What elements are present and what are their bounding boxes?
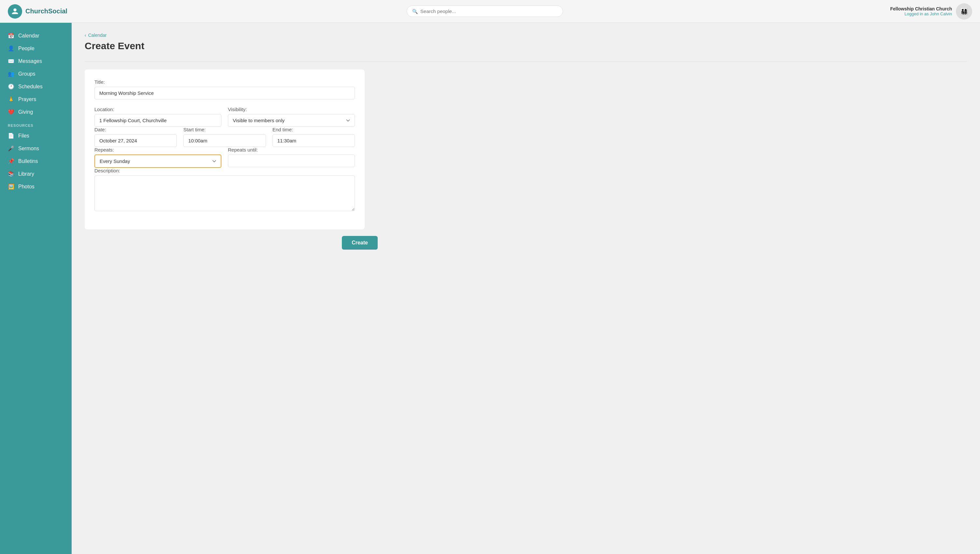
sidebar-item-sermons[interactable]: 🎤 Sermons [0,142,72,155]
logo-icon [8,4,22,19]
start-time-group: Start time: [183,127,266,147]
repeats-group: Repeats: Does not repeat Every Sunday Ev… [94,147,221,168]
location-group: Location: [94,107,221,127]
app-header: ChurchSocial 🔍 Fellowship Christian Chur… [0,0,980,23]
sermons-icon: 🎤 [8,145,14,152]
groups-icon: 👥 [8,71,14,77]
header-user: Fellowship Christian Church Logged in as… [890,3,972,19]
date-time-row: Date: Start time: End time: [94,127,355,147]
sidebar-label-library: Library [18,171,34,177]
end-time-input[interactable] [272,134,355,147]
visibility-select[interactable]: Visible to members only Public Members a… [228,114,355,127]
start-time-input[interactable] [183,134,266,147]
files-icon: 📄 [8,133,14,139]
create-button[interactable]: Create [342,236,378,250]
sidebar: 📅 Calendar 👤 People ✉️ Messages 👥 Groups… [0,23,72,554]
repeats-until-group: Repeats until: [228,147,355,168]
photos-icon: 🖼️ [8,184,14,190]
page-title: Create Event [85,40,967,51]
breadcrumb-parent: Calendar [88,33,107,38]
sidebar-label-people: People [18,46,35,51]
sidebar-item-groups[interactable]: 👥 Groups [0,67,72,80]
repeats-until-label: Repeats until: [228,147,355,153]
resources-section-label: RESOURCES [0,118,72,129]
location-visibility-row: Location: Visibility: Visible to members… [94,107,355,127]
sidebar-item-schedules[interactable]: 🕐 Schedules [0,80,72,93]
sidebar-item-people[interactable]: 👤 People [0,42,72,55]
title-input[interactable] [94,87,355,99]
sidebar-label-sermons: Sermons [18,146,39,152]
svg-point-0 [13,8,16,11]
repeats-row: Repeats: Does not repeat Every Sunday Ev… [94,147,355,168]
main-content: ‹ Calendar Create Event Title: Location:… [72,23,980,554]
sidebar-item-photos[interactable]: 🖼️ Photos [0,180,72,193]
location-label: Location: [94,107,221,112]
create-event-form: Title: Location: Visibility: Visible to … [85,69,365,230]
user-info: Fellowship Christian Church Logged in as… [890,6,952,16]
description-label: Description: [94,168,355,173]
search-icon: 🔍 [412,9,418,14]
org-name: Fellowship Christian Church [890,6,952,11]
breadcrumb-arrow-icon: ‹ [85,33,86,38]
location-input[interactable] [94,114,221,127]
title-label: Title: [94,79,355,85]
sidebar-item-files[interactable]: 📄 Files [0,129,72,142]
messages-icon: ✉️ [8,58,14,64]
church-social-icon [10,7,19,16]
repeats-until-input[interactable] [228,155,355,167]
people-icon: 👤 [8,45,14,51]
library-icon: 📚 [8,171,14,177]
sidebar-item-calendar[interactable]: 📅 Calendar [0,29,72,42]
action-bar: Create [85,230,378,256]
calendar-icon: 📅 [8,33,14,39]
date-input[interactable] [94,134,177,147]
visibility-label: Visibility: [228,107,355,112]
giving-icon: ❤️ [8,109,14,115]
sidebar-label-giving: Giving [18,109,33,115]
repeats-select[interactable]: Does not repeat Every Sunday Every Monda… [94,155,221,168]
breadcrumb[interactable]: ‹ Calendar [85,33,967,38]
sidebar-item-giving[interactable]: ❤️ Giving [0,105,72,118]
search-box[interactable]: 🔍 [407,6,563,17]
start-time-label: Start time: [183,127,266,132]
sidebar-label-photos: Photos [18,184,35,190]
sidebar-label-groups: Groups [18,71,35,77]
sidebar-label-messages: Messages [18,58,42,64]
description-textarea[interactable] [94,175,355,211]
login-text: Logged in as John Calvin [890,11,952,16]
sidebar-item-messages[interactable]: ✉️ Messages [0,55,72,67]
sidebar-label-bulletins: Bulletins [18,158,38,164]
end-time-label: End time: [272,127,355,132]
sidebar-label-prayers: Prayers [18,96,36,102]
search-input[interactable] [420,8,557,14]
sidebar-label-files: Files [18,133,29,139]
schedules-icon: 🕐 [8,83,14,89]
repeats-label: Repeats: [94,147,221,153]
logo-text: ChurchSocial [25,8,67,15]
end-time-group: End time: [272,127,355,147]
date-group: Date: [94,127,177,147]
header-search: 🔍 [80,6,890,17]
sidebar-label-schedules: Schedules [18,84,43,89]
description-group: Description: [94,168,355,212]
visibility-group: Visibility: Visible to members only Publ… [228,107,355,127]
sidebar-label-calendar: Calendar [18,33,40,39]
sidebar-item-prayers[interactable]: 🙏 Prayers [0,93,72,105]
app-body: 📅 Calendar 👤 People ✉️ Messages 👥 Groups… [0,23,980,554]
sidebar-item-bulletins[interactable]: 📌 Bulletins [0,155,72,168]
avatar[interactable]: 👨‍👩‍👧‍👦 [956,3,972,19]
section-divider [85,61,967,62]
sidebar-item-library[interactable]: 📚 Library [0,168,72,180]
logo-area: ChurchSocial [8,4,80,19]
date-label: Date: [94,127,177,132]
bulletins-icon: 📌 [8,158,14,164]
prayers-icon: 🙏 [8,96,14,102]
title-group: Title: [94,79,355,99]
